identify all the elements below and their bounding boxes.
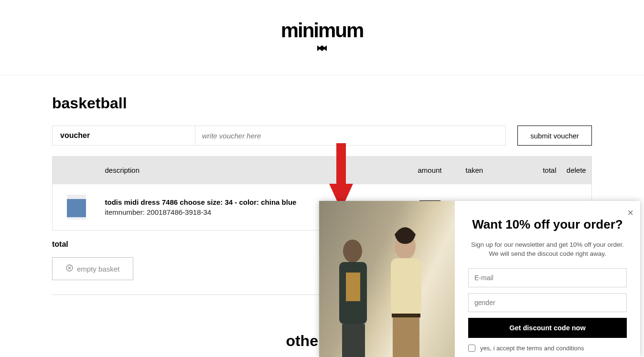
svg-rect-5 [346,273,360,301]
popup-title: Want 10% off your order? [468,217,627,232]
site-header: minimum [0,0,644,75]
brand-logo-text[interactable]: minimum [281,21,364,41]
voucher-label: voucher [52,126,195,146]
terms-checkbox[interactable] [468,345,475,352]
empty-basket-button[interactable]: empty basket [52,257,133,280]
terms-checkbox-row[interactable]: yes, i accept the terms and conditions [468,345,627,352]
col-total: total [523,157,561,184]
col-description: description [100,157,399,184]
page-title: basketball [52,94,592,112]
brand-logo-icon [316,44,328,55]
voucher-input[interactable] [195,126,506,146]
popup-subtitle: Sign up for our newsletter and get 10% o… [468,241,627,259]
svg-rect-6 [342,324,365,357]
empty-basket-label: empty basket [77,265,119,273]
col-taken: taken [461,157,523,184]
close-circle-icon [66,264,73,273]
popup-image [319,201,455,357]
terms-label: yes, i accept the terms and conditions [480,345,584,352]
svg-rect-10 [392,314,420,317]
svg-rect-9 [393,315,419,357]
voucher-row: voucher submit voucher [52,126,592,146]
svg-point-3 [343,240,362,262]
close-icon[interactable]: × [627,207,633,219]
col-delete: delete [561,157,592,184]
col-amount: amount [399,157,461,184]
email-field[interactable] [468,268,627,287]
submit-voucher-button[interactable]: submit voucher [517,126,592,146]
svg-rect-8 [391,258,421,315]
get-discount-button[interactable]: Get discount code now [468,318,627,338]
product-thumbnail[interactable] [67,195,86,220]
gender-field[interactable] [468,293,627,312]
newsletter-popup: × Want 10% off your order? Sign up for o… [319,201,640,357]
